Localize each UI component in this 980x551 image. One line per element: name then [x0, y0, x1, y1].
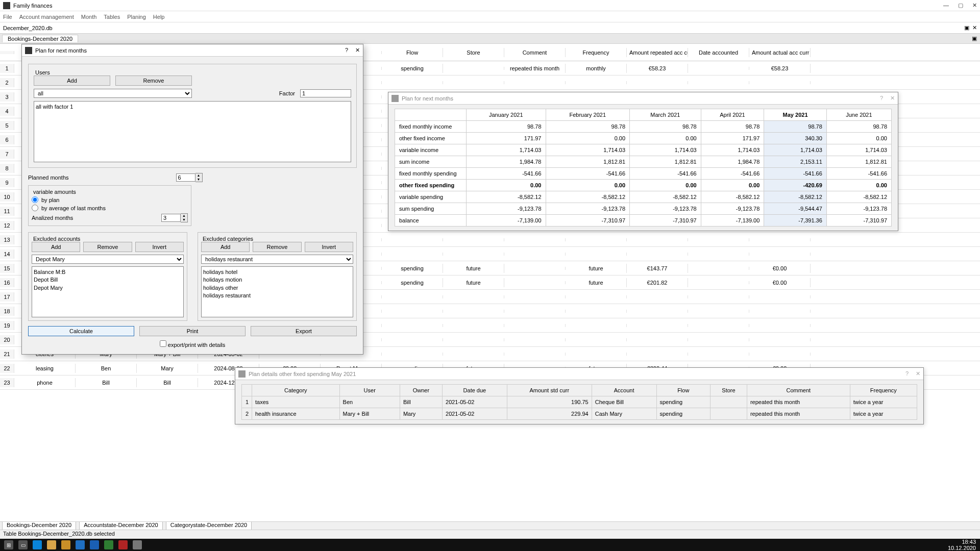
menu-help[interactable]: Help [153, 14, 165, 20]
category-select[interactable]: holidays restaurant [201, 255, 353, 264]
remove-account-button[interactable]: Remove [83, 242, 132, 252]
taskview-icon[interactable]: ▭ [18, 540, 28, 549]
document-name: December_2020.db [3, 25, 53, 31]
categories-list[interactable]: holidays hotelholidays motionholidays ot… [201, 266, 353, 317]
spin-up-icon[interactable]: ▲ [195, 173, 202, 178]
subtab-maximize-icon[interactable]: ▣ [972, 35, 980, 42]
mail-icon[interactable] [90, 540, 99, 549]
start-icon[interactable]: ⊞ [4, 540, 13, 549]
factor-input[interactable] [300, 89, 351, 97]
forecast-dialog: Plan for next months ?✕ January 2021Febr… [388, 92, 898, 231]
col-frequency[interactable]: Frequency [566, 48, 627, 57]
users-legend: Users [34, 69, 52, 76]
menu-planing[interactable]: Planing [127, 14, 146, 20]
col-comment[interactable]: Comment [504, 48, 566, 57]
by-plan-radio[interactable] [32, 196, 38, 203]
close-icon[interactable]: ✕ [890, 95, 895, 102]
col-date-accounted[interactable]: Date accounted [688, 48, 749, 57]
close-icon[interactable]: ✕ [355, 47, 360, 54]
users-list[interactable]: all with factor 1 [34, 101, 351, 162]
menu-account[interactable]: Account management [19, 14, 74, 20]
add-user-button[interactable]: Add [34, 76, 110, 86]
add-category-button[interactable]: Add [201, 242, 250, 252]
menu-tables[interactable]: Tables [104, 14, 120, 20]
calculate-button[interactable]: Calculate [28, 326, 134, 336]
app-icon-2[interactable] [104, 540, 113, 549]
store-icon[interactable] [61, 540, 70, 549]
dialog-icon [238, 370, 246, 378]
planned-months-label: Planned months [28, 174, 69, 181]
export-details-checkbox[interactable]: export/print with details [160, 342, 226, 348]
invert-account-button[interactable]: Invert [135, 242, 184, 252]
subtab-bar: Bookings-December 2020 ▣ [0, 34, 980, 44]
print-button[interactable]: Print [139, 326, 246, 336]
plan-config-dialog: Plan for next months ?✕ Users Add Remove… [21, 44, 363, 355]
system-tray[interactable]: 18:43 10.12.2020 [948, 539, 976, 551]
spin-down-icon[interactable]: ▼ [195, 178, 202, 182]
menu-month[interactable]: Month [81, 14, 97, 20]
menu-file[interactable]: File [3, 14, 12, 20]
dialog-titlebar[interactable]: Plan for next months ?✕ [388, 92, 898, 105]
app-icon-3[interactable] [118, 540, 128, 549]
help-icon[interactable]: ? [880, 95, 883, 102]
clock-date: 10.12.2020 [948, 545, 976, 551]
explorer-icon[interactable] [47, 540, 56, 549]
dialog-icon [25, 47, 32, 54]
account-select[interactable]: Depot Mary [32, 255, 184, 264]
dialog-title: Plan for next months [402, 95, 453, 102]
plan-details-dialog: Plan details other fixed spending May 20… [235, 367, 924, 424]
app-title: Family finances [13, 3, 52, 9]
planned-months-spinner[interactable]: ▲▼ [176, 173, 203, 182]
spin-up-icon[interactable]: ▲ [181, 214, 187, 218]
accounts-list[interactable]: Balance M:BDepot BillDepot Mary [32, 266, 184, 317]
dialog-titlebar[interactable]: Plan for next months ?✕ [22, 44, 363, 57]
titlebar: Family finances — ▢ ✕ [0, 0, 980, 11]
minimize-icon[interactable]: — [943, 2, 949, 9]
excluded-categories-legend: Excluded categories [201, 236, 255, 242]
analized-months-label: Analized months [32, 215, 73, 221]
user-select[interactable]: all [34, 89, 192, 98]
remove-user-button[interactable]: Remove [115, 76, 192, 86]
help-icon[interactable]: ? [905, 370, 909, 377]
clock-time: 18:43 [948, 539, 976, 545]
doc-restore-icon[interactable]: ▣ [964, 24, 969, 31]
taskbar: ⊞ ▭ 18:43 10.12.2020 [0, 539, 980, 551]
help-icon[interactable]: ? [345, 47, 348, 54]
doc-close-icon[interactable]: ✕ [972, 24, 977, 31]
col-store[interactable]: Store [443, 48, 504, 57]
app-icon-1[interactable] [76, 540, 85, 549]
excluded-accounts-legend: Excluded accounts [32, 236, 82, 242]
edge-icon[interactable] [33, 540, 42, 549]
document-bar: December_2020.db ▣ ✕ [0, 22, 980, 34]
close-icon[interactable]: ✕ [972, 2, 977, 9]
dialog-title: Plan for next months [35, 47, 87, 54]
dialog-title: Plan details other fixed spending May 20… [249, 371, 356, 377]
subtab-bookings[interactable]: Bookings-December 2020 [2, 35, 78, 42]
export-button[interactable]: Export [251, 326, 357, 336]
menubar: File Account management Month Tables Pla… [0, 11, 980, 22]
app-icon-4[interactable] [133, 540, 142, 549]
spin-down-icon[interactable]: ▼ [181, 218, 187, 222]
variable-amounts-legend: variable amounts [32, 189, 78, 195]
dialog-titlebar[interactable]: Plan details other fixed spending May 20… [235, 368, 923, 380]
analized-months-spinner[interactable]: ▲▼ [161, 213, 188, 222]
by-average-radio[interactable] [32, 205, 38, 211]
details-table[interactable]: CategoryUserOwnerDate dueAmount std curr… [241, 384, 917, 420]
forecast-table[interactable]: January 2021February 2021March 2021April… [395, 109, 892, 227]
col-amt-actual[interactable]: Amount actual acc curr [749, 48, 811, 57]
close-icon[interactable]: ✕ [916, 370, 920, 377]
statusbar: Table Bookings-December_2020.db selected [0, 530, 980, 539]
remove-category-button[interactable]: Remove [253, 242, 301, 252]
invert-category-button[interactable]: Invert [305, 242, 353, 252]
dialog-icon [391, 95, 399, 102]
maximize-icon[interactable]: ▢ [958, 2, 963, 9]
factor-label: Factor [279, 90, 295, 96]
add-account-button[interactable]: Add [32, 242, 80, 252]
col-flow[interactable]: Flow [382, 48, 443, 57]
col-amt-repeated[interactable]: Amount repeated acc curr [627, 48, 688, 57]
app-icon [3, 2, 10, 9]
